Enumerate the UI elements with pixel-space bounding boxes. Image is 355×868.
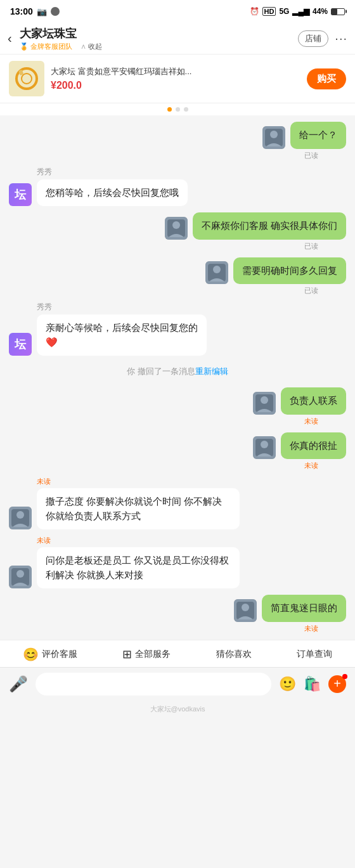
nav-actions: 店铺 ···: [298, 30, 347, 47]
battery-icon: [331, 8, 345, 15]
collapse-text: 收起: [88, 42, 102, 50]
recall-notice: 你 撤回了一条消息重新编辑: [9, 362, 346, 381]
msg-row: 负责人联系 未读: [9, 387, 346, 426]
sender-name: 秀秀: [9, 167, 52, 178]
read-status: 已读: [304, 151, 346, 160]
plus-button[interactable]: +: [328, 675, 346, 693]
msg-row: 未读 撒子态度 你要解决你就说个时间 你不解决你就给负责人联系方式: [9, 477, 346, 529]
all-service-icon: ⊞: [122, 647, 132, 661]
product-card: 大家坛 富贵如意平安镯红玛瑙吉祥如... ¥200.0 购买: [0, 55, 355, 103]
product-image: [9, 61, 44, 96]
product-info: 大家坛 富贵如意平安镯红玛瑙吉祥如... ¥200.0: [51, 66, 300, 91]
svg-point-1: [22, 74, 32, 84]
chat-title: 大家坛珠宝: [20, 26, 294, 41]
re-edit-link[interactable]: 重新编辑: [195, 366, 228, 376]
back-button[interactable]: ‹: [8, 31, 12, 46]
store-button[interactable]: 店铺: [298, 30, 328, 47]
avatar: [253, 392, 276, 415]
avatar: [9, 566, 32, 588]
product-title: 大家坛 富贵如意平安镯红玛瑙吉祥如...: [51, 66, 300, 77]
msg-bubble-wrap: 你真的很扯: [253, 432, 346, 460]
message-bubble: 给一个？: [290, 122, 346, 149]
message-bubble: 亲耐心等候哈，后续会尽快回复您的❤️: [37, 314, 207, 356]
msg-row: 秀秀 坛 亲耐心等候哈，后续会尽快回复您的❤️: [9, 302, 346, 356]
unread-status: 未读: [304, 417, 346, 426]
signal-label: 5G: [279, 7, 289, 16]
msg-bubble-wrap: 负责人联系: [253, 387, 346, 415]
msg-row: 不麻烦你们客服 确实很具体你们 已读: [9, 212, 346, 251]
unread-status: 未读: [304, 624, 346, 633]
svg-point-11: [213, 266, 221, 273]
emoji-button[interactable]: 🙂: [279, 676, 296, 692]
msg-bubble-wrap: 简直鬼迷日眼的: [234, 595, 346, 622]
medal-icon: 🏅: [20, 42, 29, 51]
subtitle-text: 金牌客服团队: [30, 42, 72, 51]
message-bubble: 你真的很扯: [281, 432, 346, 460]
svg-point-20: [16, 511, 24, 519]
nav-subtitle: 🏅 金牌客服团队 ∧ 收起: [20, 42, 294, 51]
all-service-label: 全部服务: [135, 649, 171, 660]
avatar: 坛: [9, 183, 32, 206]
msg-bubble-wrap: 坛 亲耐心等候哈，后续会尽快回复您的❤️: [9, 314, 207, 356]
status-bar: 13:00 📷 ⏰ HD 5G ▂▄▆ 44%: [0, 0, 355, 23]
svg-point-26: [242, 604, 249, 611]
chat-area: 给一个？ 已读 秀秀 坛 您稍等哈，后续会尽快回复您哦 不麻烦你们客服 确实很具…: [0, 115, 355, 640]
input-bar: 🎤 🙂 🛍️ +: [0, 667, 355, 701]
msg-row: 未读 问你是老板还是员工 你又说是员工你没得权利解决 你就换人来对接: [9, 536, 346, 588]
avatar: [205, 261, 228, 284]
avatar: 坛: [9, 333, 32, 356]
avatar: [262, 126, 285, 149]
dot-2: [176, 107, 180, 112]
msg-bubble-wrap: 问你是老板还是员工 你又说是员工你没得权利解决 你就换人来对接: [9, 547, 240, 588]
message-bubble: 简直鬼迷日眼的: [262, 595, 346, 622]
mic-button[interactable]: 🎤: [9, 675, 28, 693]
msg-row: 秀秀 坛 您稍等哈，后续会尽快回复您哦: [9, 167, 346, 207]
msg-bubble-wrap: 需要明确时间多久回复: [205, 257, 346, 285]
status-time: 13:00: [10, 6, 33, 16]
record-icon: [51, 7, 60, 16]
msg-row: 给一个？ 已读: [9, 122, 346, 160]
message-bubble: 撒子态度 你要解决你就说个时间 你不解决你就给负责人联系方式: [37, 488, 240, 529]
unread-status: 未读: [9, 536, 51, 545]
evaluate-label: 评价客服: [42, 649, 77, 660]
message-input[interactable]: [36, 673, 271, 696]
shop-button[interactable]: 🛍️: [304, 676, 321, 692]
message-bubble: 需要明确时间多久回复: [233, 257, 346, 285]
more-button[interactable]: ···: [335, 31, 347, 46]
msg-bubble-wrap: 给一个？: [262, 122, 346, 149]
service-order[interactable]: 订单查询: [297, 649, 332, 660]
service-all[interactable]: ⊞ 全部服务: [122, 647, 171, 661]
msg-row: 需要明确时间多久回复 已读: [9, 257, 346, 296]
buy-button[interactable]: 购买: [307, 68, 346, 89]
message-bubble: 不麻烦你们客服 确实很具体你们: [193, 212, 346, 240]
msg-bubble-wrap: 坛 您稍等哈，后续会尽快回复您哦: [9, 179, 188, 207]
avatar: [253, 436, 276, 459]
product-price: ¥200.0: [51, 80, 300, 91]
notification-dot: [342, 674, 347, 679]
nav-bar: ‹ 大家坛珠宝 🏅 金牌客服团队 ∧ 收起 店铺 ···: [0, 23, 355, 55]
read-status: 已读: [304, 242, 346, 251]
battery-pct: 44%: [313, 7, 328, 16]
service-recommend[interactable]: 猜你喜欢: [216, 649, 252, 660]
msg-bubble-wrap: 撒子态度 你要解决你就说个时间 你不解决你就给负责人联系方式: [9, 488, 240, 529]
message-bubble: 问你是老板还是员工 你又说是员工你没得权利解决 你就换人来对接: [37, 547, 240, 588]
svg-point-14: [261, 396, 268, 404]
msg-bubble-wrap: 不麻烦你们客服 确实很具体你们: [165, 212, 346, 240]
bottom-services-bar: 😊 评价客服 ⊞ 全部服务 猜你喜欢 订单查询: [0, 640, 355, 667]
service-evaluate[interactable]: 😊 评价客服: [23, 647, 77, 662]
svg-point-8: [172, 221, 180, 229]
dot-1: [167, 107, 172, 112]
hd-label: HD: [262, 7, 276, 16]
read-status: 已读: [304, 286, 346, 295]
message-bubble: 负责人联系: [281, 387, 346, 415]
dot-3: [184, 107, 188, 112]
svg-point-5: [270, 131, 278, 138]
svg-point-17: [261, 441, 268, 448]
nav-title-block: 大家坛珠宝 🏅 金牌客服团队 ∧ 收起: [20, 26, 294, 51]
collapse-label[interactable]: ∧ 收起: [81, 42, 102, 51]
svg-point-23: [16, 570, 24, 578]
recommend-label: 猜你喜欢: [216, 649, 252, 660]
msg-row: 简直鬼迷日眼的 未读: [9, 595, 346, 633]
order-label: 订单查询: [297, 649, 332, 660]
evaluate-icon: 😊: [23, 647, 39, 662]
